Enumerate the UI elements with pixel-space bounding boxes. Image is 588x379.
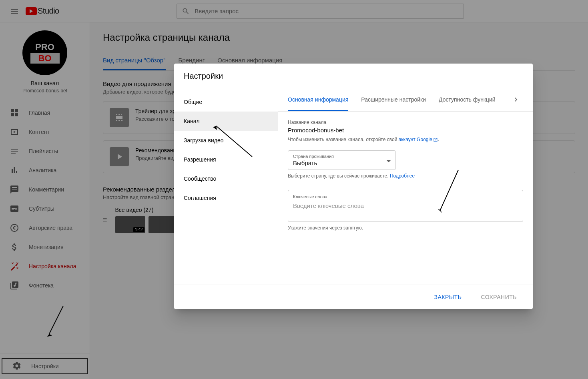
dialog-tab-features[interactable]: Доступность функций bbox=[439, 89, 496, 111]
keywords-input[interactable] bbox=[293, 202, 518, 209]
save-button[interactable]: Сохранить bbox=[474, 290, 523, 304]
dialog-nav-channel[interactable]: Канал bbox=[174, 112, 278, 131]
external-link-icon bbox=[433, 138, 438, 142]
dialog-nav-permissions[interactable]: Разрешения bbox=[174, 150, 278, 169]
country-learn-more-link[interactable]: Подробнее bbox=[390, 173, 415, 179]
dialog-title: Настройки bbox=[174, 64, 533, 89]
keywords-label: Ключевые слова bbox=[293, 194, 518, 199]
channel-name-value: Promocod-bonus-bet bbox=[288, 127, 523, 134]
dialog-nav-general[interactable]: Общие bbox=[174, 92, 278, 112]
country-help: Выберите страну, где вы сейчас проживает… bbox=[288, 173, 523, 179]
channel-name-help: Чтобы изменить название канала, откройте… bbox=[288, 137, 523, 142]
dropdown-arrow-icon bbox=[387, 157, 391, 164]
dialog-tab-advanced[interactable]: Расширенные настройки bbox=[361, 89, 426, 111]
chevron-right-icon bbox=[512, 96, 520, 104]
google-account-link[interactable]: аккаунт Google bbox=[399, 137, 438, 142]
settings-dialog: Настройки Общие Канал Загрузка видео Раз… bbox=[174, 64, 533, 309]
dialog-sidebar: Общие Канал Загрузка видео Разрешения Со… bbox=[174, 89, 278, 285]
dialog-tabs: Основная информация Расширенные настройк… bbox=[278, 89, 533, 112]
channel-name-label: Название канала bbox=[288, 120, 523, 125]
dialog-content: Основная информация Расширенные настройк… bbox=[278, 89, 533, 285]
tabs-scroll-right-button[interactable] bbox=[509, 92, 523, 108]
keywords-field[interactable]: Ключевые слова bbox=[288, 190, 523, 222]
country-value: Выбрать bbox=[293, 160, 391, 166]
country-label: Страна проживания bbox=[293, 154, 391, 159]
dialog-tab-basic-info[interactable]: Основная информация bbox=[288, 89, 348, 111]
dialog-nav-agreements[interactable]: Соглашения bbox=[174, 188, 278, 207]
country-select[interactable]: Страна проживания Выбрать bbox=[288, 150, 396, 170]
dialog-main: Название канала Promocod-bonus-bet Чтобы… bbox=[278, 112, 533, 285]
dialog-footer: Закрыть Сохранить bbox=[174, 285, 533, 309]
dialog-nav-upload[interactable]: Загрузка видео bbox=[174, 131, 278, 150]
keywords-help: Укажите значения через запятую. bbox=[288, 225, 523, 231]
close-button[interactable]: Закрыть bbox=[428, 290, 468, 304]
dialog-nav-community[interactable]: Сообщество bbox=[174, 169, 278, 188]
